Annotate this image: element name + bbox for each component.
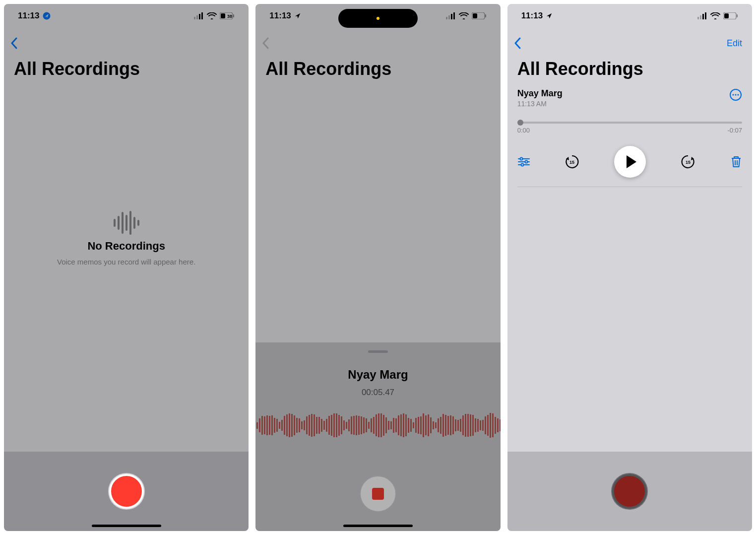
record-button[interactable] — [612, 474, 647, 509]
page-title: All Recordings — [4, 52, 249, 84]
play-button[interactable] — [614, 146, 646, 178]
record-toolbar — [507, 452, 752, 531]
screen-no-recordings: 11:13 38 All Recordings — [4, 4, 249, 531]
svg-point-39 — [521, 164, 523, 166]
svg-rect-4 — [201, 12, 203, 19]
skip-back-15-button[interactable]: 15 — [564, 154, 580, 170]
more-options-button[interactable] — [729, 88, 742, 101]
battery-icon: 38 — [220, 12, 235, 19]
elapsed-time: 00:05.47 — [362, 388, 394, 398]
cellular-icon — [194, 12, 204, 19]
svg-point-38 — [525, 161, 527, 163]
clock-label: 11:13 — [521, 11, 543, 21]
wifi-icon — [710, 12, 720, 19]
recording-name: Nyay Marg — [517, 88, 563, 99]
svg-rect-26 — [705, 12, 706, 19]
home-indicator — [343, 525, 413, 527]
back-button[interactable] — [10, 37, 19, 50]
settings-sliders-icon[interactable] — [517, 156, 530, 167]
svg-point-33 — [737, 94, 739, 95]
svg-rect-21 — [473, 13, 477, 18]
svg-rect-1 — [194, 17, 195, 19]
empty-subtitle: Voice memos you record will appear here. — [57, 258, 195, 266]
scrubber-thumb[interactable] — [517, 120, 523, 126]
svg-rect-2 — [196, 15, 198, 19]
elapsed-label: 0:00 — [517, 127, 530, 134]
screen-playback: 11:13 Edit All Recordings Nyay Marg — [507, 4, 752, 531]
record-button[interactable] — [109, 474, 144, 509]
svg-text:15: 15 — [569, 160, 574, 165]
page-title: All Recordings — [255, 52, 500, 84]
svg-rect-18 — [451, 14, 452, 19]
svg-rect-7 — [233, 14, 234, 17]
svg-rect-22 — [485, 14, 486, 17]
empty-title: No Recordings — [87, 240, 165, 253]
stop-record-button[interactable] — [361, 476, 395, 511]
nav-bar: Edit — [507, 28, 752, 52]
recording-time-label: 11:13 AM — [517, 100, 563, 108]
home-indicator — [92, 525, 161, 527]
svg-text:38: 38 — [227, 14, 232, 19]
location-arrow-icon — [42, 11, 51, 20]
svg-point-31 — [732, 94, 734, 95]
svg-rect-6 — [221, 13, 225, 18]
edit-button[interactable]: Edit — [727, 38, 742, 49]
delete-trash-button[interactable] — [730, 155, 742, 168]
dynamic-island[interactable] — [338, 9, 418, 28]
playback-scrubber[interactable] — [517, 122, 742, 124]
clock-label: 11:13 — [269, 11, 291, 21]
grab-handle[interactable] — [368, 350, 388, 353]
svg-text:15: 15 — [686, 160, 691, 165]
location-arrow-icon — [294, 12, 301, 19]
waveform-icon — [113, 211, 140, 235]
svg-rect-19 — [453, 12, 455, 19]
recording-name: Nyay Marg — [348, 368, 408, 382]
svg-rect-25 — [702, 14, 704, 19]
location-arrow-icon — [546, 12, 553, 19]
battery-icon — [723, 12, 738, 19]
nav-bar — [4, 28, 249, 52]
remaining-label: -0:07 — [727, 127, 742, 134]
svg-rect-23 — [697, 17, 699, 19]
cellular-icon — [446, 12, 456, 19]
clock-label: 11:13 — [18, 11, 39, 21]
svg-rect-17 — [448, 15, 450, 19]
svg-rect-24 — [700, 15, 701, 19]
svg-rect-29 — [737, 14, 738, 17]
status-bar: 11:13 — [507, 4, 752, 28]
play-icon — [627, 155, 636, 168]
wifi-icon — [459, 12, 469, 19]
status-bar: 11:13 38 — [4, 4, 249, 28]
record-toolbar — [4, 452, 249, 531]
waveform-display — [255, 410, 500, 440]
skip-forward-15-button[interactable]: 15 — [680, 154, 696, 170]
playback-controls: 15 15 — [517, 146, 742, 187]
back-button[interactable] — [261, 37, 270, 50]
screen-recording-active: 11:13 All Recordings Nyay Marg 00:05. — [255, 4, 500, 531]
recording-dot-icon — [377, 17, 379, 20]
nav-bar — [255, 28, 500, 52]
recording-panel: Nyay Marg 00:05.47 — [255, 342, 500, 531]
svg-rect-28 — [724, 13, 729, 18]
recording-list-item[interactable]: Nyay Marg 11:13 AM 0:00 -0:07 15 — [507, 84, 752, 187]
cellular-icon — [697, 12, 707, 19]
svg-point-32 — [735, 94, 736, 95]
stop-icon — [372, 488, 384, 500]
back-button[interactable] — [513, 37, 522, 50]
svg-rect-16 — [446, 17, 447, 19]
battery-icon — [472, 12, 487, 19]
empty-state: No Recordings Voice memos you record wil… — [4, 84, 249, 452]
svg-point-37 — [520, 158, 522, 160]
svg-rect-3 — [199, 14, 200, 19]
wifi-icon — [207, 12, 217, 19]
page-title: All Recordings — [507, 52, 752, 84]
